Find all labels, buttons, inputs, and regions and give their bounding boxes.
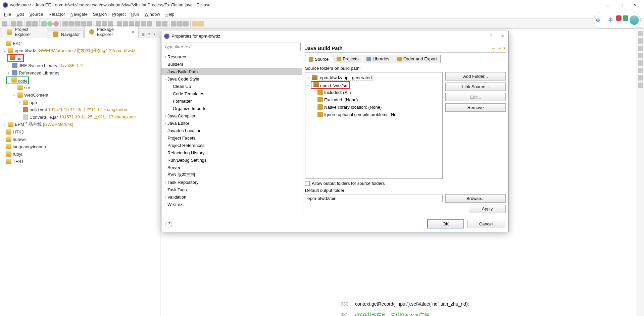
remove-button[interactable]: Remove bbox=[445, 103, 506, 112]
default-output-input[interactable] bbox=[305, 195, 443, 202]
tool-icon[interactable] bbox=[135, 21, 140, 27]
tree-item-epm-prod[interactable]: ›EPM产品主线 [GWEPM/trunk] bbox=[0, 121, 160, 128]
menu-source[interactable]: Source bbox=[27, 11, 45, 17]
tab-project-explorer[interactable]: Project Explorer bbox=[2, 25, 47, 38]
tool-icon[interactable] bbox=[75, 21, 80, 27]
tree-item-webcontent[interactable]: ⌄WebContent bbox=[0, 91, 160, 99]
save-icon[interactable] bbox=[11, 21, 16, 27]
tool-icon[interactable] bbox=[117, 21, 122, 27]
cat-java-code-style[interactable]: ⌄Java Code Style bbox=[161, 75, 302, 83]
cat-formatter[interactable]: Formatter bbox=[161, 97, 302, 105]
tree-item-test[interactable]: TEST bbox=[0, 158, 160, 165]
close-icon[interactable]: ✕ bbox=[131, 30, 135, 35]
tree-item-languang[interactable]: languangyingnuo bbox=[0, 143, 160, 150]
rtool-icon[interactable] bbox=[638, 83, 643, 88]
view-menu-icon[interactable]: ▾ bbox=[152, 32, 157, 37]
menu-refactor[interactable]: Refactor bbox=[47, 11, 67, 17]
menu-file[interactable]: File bbox=[2, 11, 13, 17]
cat-wikitext[interactable]: WikiText bbox=[161, 201, 302, 208]
cat-clean-up[interactable]: Clean Up bbox=[161, 83, 302, 90]
cat-builders[interactable]: Builders bbox=[161, 60, 302, 68]
debug-icon[interactable] bbox=[41, 21, 47, 27]
back-icon[interactable] bbox=[192, 21, 198, 27]
save-all-icon[interactable] bbox=[17, 21, 22, 27]
dialog-help-icon[interactable]: ? bbox=[488, 34, 494, 39]
expander-icon[interactable]: ⌄ bbox=[7, 80, 10, 83]
code-editor[interactable]: 930context.getRecord("input").setValue("… bbox=[335, 296, 637, 316]
tool-icon[interactable] bbox=[68, 21, 74, 27]
tree-item-eac[interactable]: EAC bbox=[0, 40, 160, 47]
tree-item-code-src[interactable]: ›src bbox=[0, 84, 160, 91]
link-source-button[interactable]: Link Source... bbox=[445, 83, 506, 91]
menu-search[interactable]: Search bbox=[91, 11, 109, 17]
rtool-icon[interactable] bbox=[638, 31, 643, 36]
subtab-order[interactable]: Order and Export bbox=[394, 55, 441, 63]
ime-avatar-icon[interactable] bbox=[630, 15, 639, 25]
tree-item-code-boxed[interactable]: ⌄code bbox=[0, 76, 160, 84]
minimize-button[interactable]: — bbox=[604, 2, 611, 7]
subtab-source[interactable]: Source bbox=[305, 55, 332, 63]
tree-item-build-xml[interactable]: build.xml101571 19-11-25 上午11:17 zhangxu… bbox=[0, 106, 160, 113]
rtool-icon[interactable] bbox=[638, 75, 643, 81]
maximize-button[interactable]: □ bbox=[618, 2, 625, 7]
tree-item-convert-jar[interactable]: ConvertFile.jar101571 19-11-25 上午11:17 z… bbox=[0, 113, 160, 121]
tree-item-huawei[interactable]: huawei bbox=[0, 136, 160, 143]
menu-window[interactable]: Window bbox=[143, 11, 162, 17]
ime-icon[interactable] bbox=[623, 15, 628, 21]
cat-java-build-path[interactable]: Java Build Path bbox=[161, 68, 302, 75]
tool-icon[interactable] bbox=[108, 21, 113, 27]
expander-icon[interactable]: ⌄ bbox=[12, 93, 16, 97]
tool-icon[interactable] bbox=[96, 21, 101, 27]
tool-icon[interactable] bbox=[26, 21, 32, 27]
browse-button[interactable]: Browse... bbox=[445, 194, 506, 203]
src-attr-ignore[interactable]: Ignore optional compile problems: No bbox=[307, 111, 441, 118]
dialog-close-icon[interactable]: ✕ bbox=[499, 34, 506, 39]
dialog-titlebar[interactable]: Properties for epm-bfwdz ? ✕ bbox=[161, 31, 508, 41]
cat-validation[interactable]: ›Validation bbox=[161, 193, 302, 201]
cat-svn[interactable]: SVN 版本控制 bbox=[161, 171, 302, 178]
edit-button[interactable]: Edit... bbox=[445, 93, 506, 101]
cat-server[interactable]: Server bbox=[161, 164, 302, 171]
rtool-icon[interactable] bbox=[638, 38, 643, 44]
cat-java-editor[interactable]: ›Java Editor bbox=[161, 119, 302, 127]
rtool-icon[interactable] bbox=[638, 60, 643, 66]
tab-package-explorer[interactable]: Package Explorer✕ bbox=[84, 25, 139, 38]
menu-help[interactable]: Help bbox=[163, 11, 177, 17]
nav-menu-icon[interactable]: ▾ bbox=[503, 46, 506, 51]
cat-java-compiler[interactable]: ›Java Compiler bbox=[161, 112, 302, 119]
cat-refs[interactable]: Project References bbox=[161, 142, 302, 149]
tool-icon[interactable] bbox=[123, 21, 128, 27]
link-editor-icon[interactable]: ⇄ bbox=[146, 32, 151, 37]
cat-code-templates[interactable]: Code Templates bbox=[161, 90, 302, 97]
menu-navigate[interactable]: Navigate bbox=[68, 11, 90, 17]
cat-task-tags[interactable]: Task Tags bbox=[161, 186, 302, 193]
subtab-projects[interactable]: Projects bbox=[333, 55, 362, 63]
tool-icon[interactable] bbox=[183, 21, 189, 27]
expander-icon[interactable]: ⌄ bbox=[3, 49, 7, 53]
run-ext-icon[interactable] bbox=[53, 21, 59, 27]
collapse-all-icon[interactable]: ⊟ bbox=[141, 32, 145, 37]
apply-button[interactable]: Apply bbox=[469, 205, 506, 213]
tree-item-src-boxed[interactable]: src bbox=[0, 54, 160, 62]
tab-navigator[interactable]: Navigator bbox=[48, 30, 84, 38]
expander-icon[interactable]: › bbox=[17, 101, 21, 104]
subtab-libraries[interactable]: Libraries bbox=[363, 55, 393, 63]
expander-icon[interactable]: › bbox=[7, 64, 11, 67]
nav-forward-icon[interactable]: ⇒ bbox=[498, 46, 501, 51]
tool-icon[interactable] bbox=[171, 21, 177, 27]
rtool-icon[interactable] bbox=[638, 53, 643, 58]
expander-icon[interactable]: › bbox=[12, 86, 16, 90]
tool-icon[interactable] bbox=[62, 21, 68, 27]
ok-button[interactable]: OK bbox=[427, 219, 464, 228]
tree-item-app[interactable]: ›app bbox=[0, 99, 160, 106]
src-item-apt[interactable]: ›epm-bfwdz/.apt_generated bbox=[307, 74, 441, 81]
tree-item-ref-lib[interactable]: ›Referenced Libraries bbox=[0, 69, 160, 76]
src-item-src-boxed[interactable]: ⌄epm-bfwdz/src bbox=[307, 81, 441, 89]
cat-refactor-hist[interactable]: Refactoring History bbox=[161, 149, 302, 156]
run-icon[interactable] bbox=[47, 21, 53, 27]
tree-item-htkj[interactable]: HTKJ bbox=[0, 128, 160, 136]
cat-resource[interactable]: ›Resource bbox=[161, 53, 302, 60]
cat-javadoc[interactable]: Javadoc Location bbox=[161, 127, 302, 134]
new-icon[interactable] bbox=[2, 21, 7, 27]
forward-icon[interactable] bbox=[198, 21, 204, 27]
